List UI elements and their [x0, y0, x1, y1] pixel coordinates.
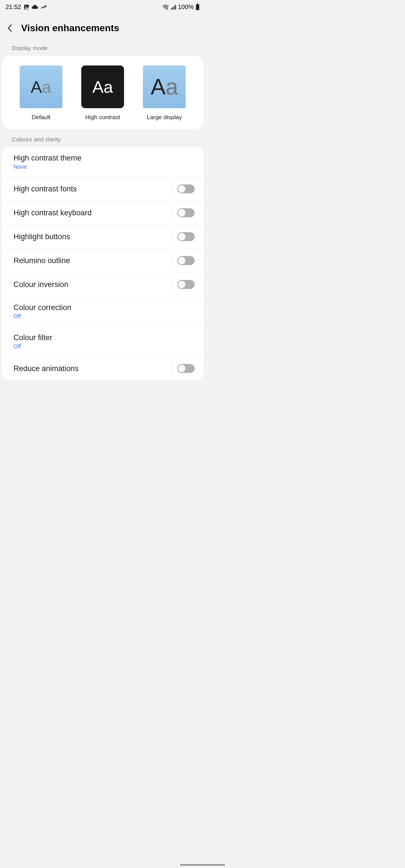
item-title: Reduce animations [13, 364, 79, 373]
item-title: High contrast theme [13, 154, 82, 162]
page-title: Vision enhancements [21, 23, 119, 33]
toggle-reduce-animations[interactable] [177, 364, 195, 373]
item-colour-inversion[interactable]: Colour inversion [2, 273, 204, 297]
status-time: 21:52 [6, 3, 21, 11]
toggle-high-contrast-keyboard[interactable] [177, 208, 195, 217]
status-bar: 21:52 100% [0, 0, 205, 14]
mode-tile-large-display: Aa [143, 65, 185, 108]
toggle-relumino-outline[interactable] [177, 256, 195, 265]
svg-rect-5 [174, 6, 175, 9]
svg-rect-7 [197, 4, 199, 4]
item-title: Colour correction [13, 303, 71, 312]
section-label-colours: Colours and clarity [0, 136, 205, 147]
cloud-icon [31, 4, 38, 10]
status-left: 21:52 [6, 3, 47, 11]
item-sub: Off [13, 343, 52, 350]
mode-tile-default: Aa [20, 65, 62, 108]
section-label-display-mode: Display mode [0, 45, 205, 56]
status-right: 100% [162, 3, 200, 11]
back-button[interactable] [6, 24, 14, 32]
svg-rect-6 [175, 5, 176, 9]
display-mode-card: Aa Default Aa High contrast Aa Large dis… [2, 56, 204, 129]
trend-icon [40, 4, 47, 10]
item-title: High contrast keyboard [13, 209, 92, 217]
item-high-contrast-theme[interactable]: High contrast theme None [2, 147, 204, 177]
item-high-contrast-keyboard[interactable]: High contrast keyboard [2, 201, 204, 225]
item-highlight-buttons[interactable]: Highlight buttons [2, 225, 204, 249]
mode-label-large-display: Large display [147, 114, 182, 121]
item-title: Colour inversion [13, 280, 68, 289]
chevron-left-icon [7, 24, 13, 32]
mode-label-high-contrast: High contrast [85, 114, 120, 121]
signal-icon [171, 4, 176, 10]
status-left-icons [23, 4, 47, 10]
mode-tile-high-contrast: Aa [81, 65, 124, 108]
colours-card: High contrast theme None High contrast f… [2, 147, 204, 380]
item-reduce-animations[interactable]: Reduce animations [2, 357, 204, 380]
header: Vision enhancements [0, 14, 205, 45]
mode-option-high-contrast[interactable]: Aa High contrast [81, 65, 124, 121]
item-title: Relumino outline [13, 256, 70, 265]
item-colour-correction[interactable]: Colour correction Off [2, 297, 204, 327]
toggle-high-contrast-fonts[interactable] [177, 184, 195, 193]
item-high-contrast-fonts[interactable]: High contrast fonts [2, 177, 204, 201]
mode-option-large-display[interactable]: Aa Large display [143, 65, 185, 121]
wifi-icon [162, 4, 169, 10]
item-sub: None [13, 164, 82, 170]
item-title: High contrast fonts [13, 185, 77, 193]
display-mode-options: Aa Default Aa High contrast Aa Large dis… [2, 56, 204, 129]
mode-option-default[interactable]: Aa Default [20, 65, 62, 121]
item-title: Colour filter [13, 333, 52, 342]
image-icon [23, 4, 30, 10]
item-relumino-outline[interactable]: Relumino outline [2, 249, 204, 273]
battery-icon [196, 4, 200, 10]
svg-rect-3 [171, 8, 172, 9]
svg-rect-4 [172, 7, 173, 9]
item-colour-filter[interactable]: Colour filter Off [2, 327, 204, 357]
toggle-colour-inversion[interactable] [177, 280, 195, 289]
item-sub: Off [13, 313, 71, 319]
svg-point-2 [165, 9, 166, 9]
svg-point-1 [25, 6, 26, 7]
mode-label-default: Default [31, 114, 50, 121]
toggle-highlight-buttons[interactable] [177, 232, 195, 241]
svg-rect-8 [196, 4, 199, 10]
item-title: Highlight buttons [13, 232, 70, 241]
status-battery-text: 100% [178, 3, 194, 11]
